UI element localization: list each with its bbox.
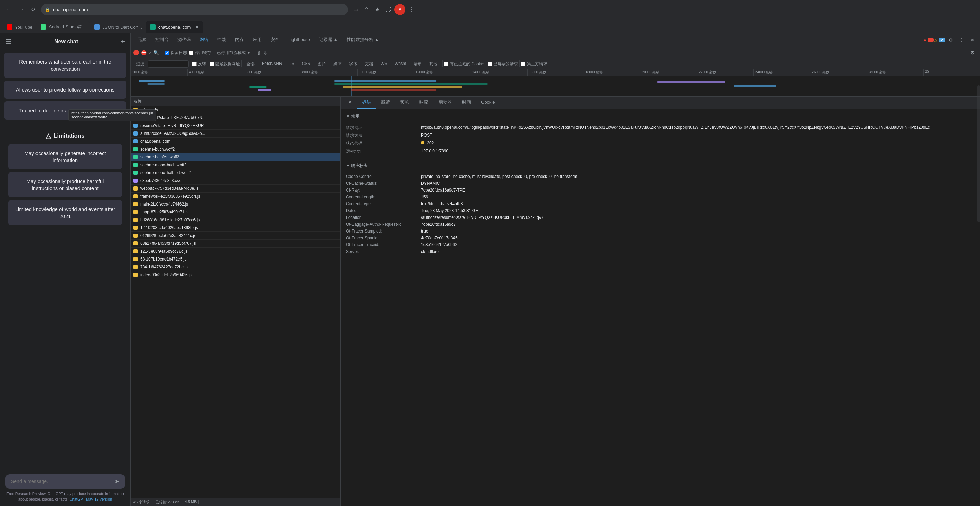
filter-other[interactable]: 其他	[426, 61, 441, 68]
invert-checkbox[interactable]: 反转	[192, 61, 206, 68]
hide-data-url-input[interactable]	[210, 62, 214, 66]
limitation-item-0[interactable]: May occasionally generate incorrect info…	[8, 144, 122, 169]
network-item-14[interactable]: bd26816a-981e1ddc27b37cc6.js	[131, 216, 340, 224]
third-party-checkbox[interactable]: 第三方请求	[521, 61, 547, 68]
details-tab-headers[interactable]: 标头	[357, 97, 376, 109]
network-item-11[interactable]: framework-e23f030857e925d4.js	[131, 193, 340, 200]
details-tab-preview[interactable]: 预览	[396, 97, 414, 109]
network-item-10[interactable]: webpack-757d3ed34ae74d8e.js	[131, 185, 340, 193]
devtool-tab-network[interactable]: 网络	[196, 34, 213, 46]
message-input[interactable]	[11, 479, 111, 484]
devtool-tab-application[interactable]: 应用	[249, 34, 266, 46]
devtool-tab-elements[interactable]: 元素	[134, 34, 151, 46]
network-item-21[interactable]: index-90a3cdbh2a969436.js	[131, 271, 340, 279]
devtool-tab-sources[interactable]: 源代码	[173, 34, 195, 46]
filter-ws[interactable]: WS	[377, 61, 390, 68]
devtool-tab-perfdata[interactable]: 性能数据分析 ▲	[343, 34, 383, 46]
filter-fetch-xhr[interactable]: Fetch/XHR	[259, 61, 286, 68]
third-party-input[interactable]	[521, 62, 525, 66]
blocked-cookies-checkbox[interactable]: 有已拦截的 Cookie	[444, 61, 484, 68]
details-tab-close-icon[interactable]: ✕	[343, 97, 356, 109]
cast-button[interactable]: ▭	[351, 5, 360, 14]
filter-font[interactable]: 字体	[346, 61, 361, 68]
settings-icon[interactable]: ⚙	[946, 35, 955, 45]
tab-chat[interactable]: chat.openai.com ✕	[146, 21, 203, 33]
forward-button[interactable]: →	[16, 5, 26, 14]
feature-item-1[interactable]: Allows user to provide follow-up correct…	[4, 81, 126, 99]
stop-button[interactable]: ⛔	[141, 50, 147, 55]
preserve-log-checkbox[interactable]: 保留日志	[165, 50, 187, 56]
blocked-cookies-input[interactable]	[444, 62, 449, 66]
tab-close-icon[interactable]: ✕	[195, 24, 199, 30]
details-tab-timing[interactable]: 时间	[457, 97, 476, 109]
network-item-8[interactable]: soehne-mono-halbfett.woff2	[131, 169, 340, 177]
network-item-13[interactable]: _app-87bc25ff6a490c71.js	[131, 208, 340, 216]
details-scrollbar[interactable]	[977, 97, 980, 222]
devtool-tab-recorder[interactable]: 记录器 ▲	[315, 34, 342, 46]
bookmark-button[interactable]: ★	[372, 5, 382, 14]
extensions-button[interactable]: ⛶	[383, 5, 393, 14]
network-item-3[interactable]: auth0?code=AMzJ2COagS0iA0-p...	[131, 130, 340, 137]
throttle-select[interactable]: 已停用节流模式 ▼	[217, 50, 251, 56]
devtool-tab-memory[interactable]: 内存	[231, 34, 248, 46]
share-button[interactable]: ⇧	[362, 5, 371, 14]
feature-item-2[interactable]: Trained to decline inappropriate request…	[4, 101, 126, 120]
network-item-17[interactable]: 68a27ff6-a453fd719d5bf767.js	[131, 240, 340, 247]
filter-icon[interactable]: ▿	[149, 50, 151, 55]
network-item-0[interactable]: adapter.js	[131, 106, 340, 114]
details-tab-payload[interactable]: 载荷	[376, 97, 395, 109]
details-tab-response[interactable]: 响应	[415, 97, 433, 109]
devtool-tab-performance[interactable]: 性能	[213, 34, 230, 46]
network-item-6[interactable]: soehne-halbfett.woff2	[131, 153, 340, 161]
network-item-16[interactable]: 012ff928-bcfa62e3ac82441c.js	[131, 232, 340, 240]
menu-button[interactable]: ⋮	[407, 5, 416, 14]
address-bar[interactable]: 🔒 chat.openai.com	[41, 4, 348, 15]
network-item-12[interactable]: main-2f10fecca4c74462.js	[131, 200, 340, 208]
close-devtools-icon[interactable]: ✕	[968, 35, 977, 45]
filter-doc[interactable]: 文档	[361, 61, 376, 68]
network-item-9[interactable]: c8beb743644c8ff3.css	[131, 177, 340, 185]
network-item-18[interactable]: 121-5e08f94a5b9cd78c.js	[131, 247, 340, 255]
details-tab-cookie[interactable]: Cookie	[476, 97, 500, 109]
devtool-tab-lighthouse[interactable]: Lighthouse	[284, 34, 314, 46]
feature-item-0[interactable]: Remembers what user said earlier in the …	[4, 53, 126, 78]
disable-cache-input[interactable]	[189, 51, 194, 55]
record-button[interactable]	[134, 50, 139, 55]
upload-icon[interactable]: ⇧	[256, 49, 261, 56]
blocked-requests-input[interactable]	[488, 62, 492, 66]
invert-input[interactable]	[192, 62, 197, 66]
network-item-2[interactable]: resume?state=HlyR_9fYQXzFKUR	[131, 122, 340, 130]
tab-android[interactable]: Android Studio常...	[37, 21, 90, 33]
disable-cache-checkbox[interactable]: 停用缓存	[189, 50, 211, 56]
network-item-5[interactable]: soehne-buch.woff2	[131, 145, 340, 153]
tab-json[interactable]: JSON to Dart Con...	[90, 21, 146, 33]
profile-button[interactable]: Y	[395, 4, 406, 15]
sidebar-menu-button[interactable]: ☰	[5, 38, 11, 46]
network-item-7[interactable]: soehne-mono-buch.woff2	[131, 161, 340, 169]
search-icon[interactable]: 🔍	[153, 50, 159, 55]
devtool-tab-console[interactable]: 控制台	[151, 34, 173, 46]
limitation-item-2[interactable]: Limited knowledge of world and events af…	[8, 200, 122, 225]
blocked-requests-checkbox[interactable]: 已屏蔽的请求	[488, 61, 518, 68]
back-button[interactable]: ←	[4, 5, 14, 14]
hide-data-url-checkbox[interactable]: 隐藏数据网址	[210, 61, 240, 68]
filter-manifest[interactable]: 清单	[410, 61, 425, 68]
errors-badge[interactable]: ● 1	[924, 35, 934, 45]
filter-js[interactable]: JS	[286, 61, 298, 68]
filter-img[interactable]: 图片	[314, 61, 329, 68]
reload-button[interactable]: ⟳	[29, 5, 38, 14]
network-item-15[interactable]: 1f110208-cda4026aba1898fb.js	[131, 224, 340, 232]
footer-link[interactable]: ChatGPT May 12 Version	[70, 497, 112, 501]
more-options-icon[interactable]: ⋮	[957, 35, 966, 45]
tab-youtube[interactable]: YouTube	[3, 21, 37, 33]
details-tab-initiator[interactable]: 启动器	[434, 97, 457, 109]
new-chat-button[interactable]: +	[121, 38, 125, 46]
message-input-container[interactable]: ➤	[5, 474, 125, 488]
filter-media[interactable]: 媒体	[330, 61, 345, 68]
limitation-item-1[interactable]: May occasionally produce harmful instruc…	[8, 172, 122, 197]
preserve-log-input[interactable]	[165, 51, 169, 55]
network-item-1[interactable]: password?state=hKFo2SAzbGlxN...	[131, 114, 340, 122]
devtool-tab-security[interactable]: 安全	[267, 34, 283, 46]
filter-all[interactable]: 全部	[243, 61, 258, 68]
network-item-19[interactable]: 58-107b19eac1b472e5.js	[131, 255, 340, 263]
